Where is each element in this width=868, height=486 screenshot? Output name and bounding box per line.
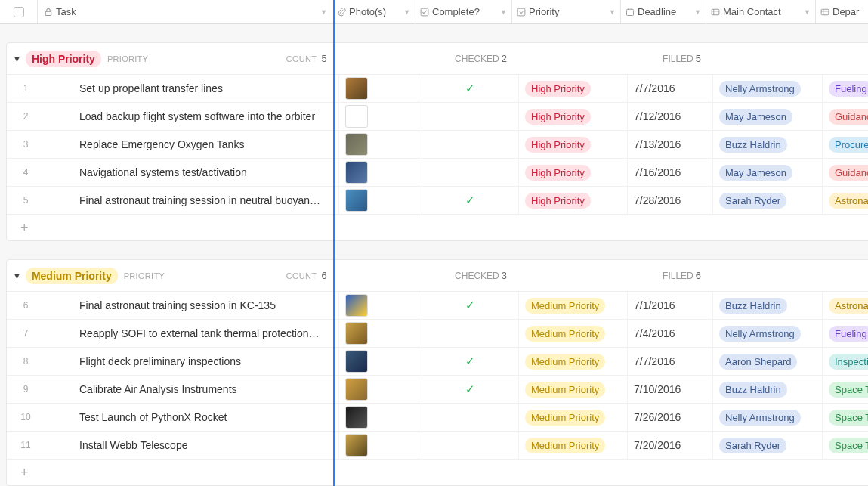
column-header-dept[interactable]: Depar: [816, 0, 868, 23]
photo-thumbnail[interactable]: [345, 77, 368, 100]
cell-deadline[interactable]: 7/16/2016: [628, 159, 713, 186]
cell-contact[interactable]: Nelly Armstrong: [713, 320, 823, 347]
cell-complete[interactable]: ✓: [422, 75, 519, 102]
cell-deadline[interactable]: 7/26/2016: [628, 404, 713, 431]
photo-thumbnail[interactable]: [345, 161, 368, 184]
cell-deadline[interactable]: 7/13/2016: [628, 131, 713, 158]
table-row[interactable]: 10Test Launch of PythonX RocketMedium Pr…: [7, 404, 868, 432]
cell-deadline[interactable]: 7/4/2016: [628, 320, 713, 347]
photo-thumbnail[interactable]: [345, 322, 368, 345]
collapse-toggle[interactable]: ▼: [13, 271, 21, 280]
cell-dept[interactable]: Astrona: [823, 292, 868, 319]
cell-dept[interactable]: Astrona: [823, 187, 868, 214]
cell-dept[interactable]: Space T: [823, 376, 868, 403]
cell-deadline[interactable]: 7/7/2016: [628, 75, 713, 102]
photo-thumbnail[interactable]: [345, 406, 368, 429]
cell-deadline[interactable]: 7/28/2016: [628, 187, 713, 214]
cell-photo[interactable]: [339, 159, 422, 186]
cell-priority[interactable]: High Priority: [519, 159, 628, 186]
photo-thumbnail[interactable]: [345, 378, 368, 401]
cell-photo[interactable]: [339, 292, 422, 319]
add-row-button[interactable]: +: [7, 215, 868, 240]
cell-photo[interactable]: [339, 187, 422, 214]
select-all-checkbox[interactable]: [0, 0, 38, 23]
cell-task[interactable]: Test Launch of PythonX Rocket: [45, 404, 339, 431]
cell-task[interactable]: Load backup flight system software into …: [45, 103, 339, 130]
cell-deadline[interactable]: 7/7/2016: [628, 348, 713, 375]
cell-complete[interactable]: ✓: [422, 376, 519, 403]
cell-contact[interactable]: Buzz Haldrin: [713, 131, 823, 158]
cell-photo[interactable]: [339, 131, 422, 158]
cell-contact[interactable]: May Jameson: [713, 159, 823, 186]
cell-priority[interactable]: High Priority: [519, 187, 628, 214]
cell-complete[interactable]: [422, 131, 519, 158]
cell-task[interactable]: Navigational systems test/activation: [45, 159, 339, 186]
cell-priority[interactable]: High Priority: [519, 75, 628, 102]
cell-photo[interactable]: [339, 320, 422, 347]
cell-deadline[interactable]: 7/10/2016: [628, 376, 713, 403]
photo-thumbnail[interactable]: [345, 189, 368, 212]
table-row[interactable]: 6Final astronaut training session in KC-…: [7, 292, 868, 320]
add-row-button[interactable]: +: [7, 460, 868, 485]
table-row[interactable]: 4Navigational systems test/activationHig…: [7, 159, 868, 187]
cell-dept[interactable]: Space T: [823, 404, 868, 431]
cell-complete[interactable]: [422, 320, 519, 347]
cell-contact[interactable]: Nelly Armstrong: [713, 75, 823, 102]
cell-complete[interactable]: ✓: [422, 348, 519, 375]
cell-complete[interactable]: [422, 404, 519, 431]
column-header-complete[interactable]: Complete? ▼: [415, 0, 512, 23]
cell-deadline[interactable]: 7/1/2016: [628, 292, 713, 319]
table-row[interactable]: 5Final astronaut training session in neu…: [7, 187, 868, 215]
cell-contact[interactable]: Buzz Haldrin: [713, 292, 823, 319]
group-name-pill[interactable]: Medium Priority: [26, 268, 118, 284]
cell-priority[interactable]: High Priority: [519, 103, 628, 130]
cell-complete[interactable]: [422, 432, 519, 459]
cell-task[interactable]: Set up propellant transfer lines: [45, 75, 339, 102]
cell-priority[interactable]: High Priority: [519, 131, 628, 158]
cell-photo[interactable]: [339, 404, 422, 431]
cell-dept[interactable]: Fueling: [823, 320, 868, 347]
table-row[interactable]: 2Load backup flight system software into…: [7, 103, 868, 131]
cell-contact[interactable]: Aaron Shepard: [713, 348, 823, 375]
table-row[interactable]: 8Flight deck preliminary inspections✓Med…: [7, 348, 868, 376]
column-header-priority[interactable]: Priority ▼: [512, 0, 621, 23]
cell-task[interactable]: Reapply SOFI to external tank thermal pr…: [45, 320, 339, 347]
table-row[interactable]: 3Replace Emergency Oxygen TanksHigh Prio…: [7, 131, 868, 159]
column-header-photos[interactable]: Photo(s) ▼: [332, 0, 415, 23]
cell-contact[interactable]: May Jameson: [713, 103, 823, 130]
photo-thumbnail[interactable]: [345, 105, 368, 128]
cell-complete[interactable]: [422, 103, 519, 130]
cell-deadline[interactable]: 7/12/2016: [628, 103, 713, 130]
cell-priority[interactable]: Medium Priority: [519, 376, 628, 403]
cell-dept[interactable]: Procure: [823, 131, 868, 158]
cell-photo[interactable]: [339, 103, 422, 130]
column-header-contact[interactable]: Main Contact ▼: [706, 0, 816, 23]
cell-task[interactable]: Final astronaut training session in KC-1…: [45, 292, 339, 319]
cell-complete[interactable]: ✓: [422, 292, 519, 319]
cell-photo[interactable]: [339, 75, 422, 102]
collapse-toggle[interactable]: ▼: [13, 54, 21, 63]
cell-complete[interactable]: ✓: [422, 187, 519, 214]
cell-complete[interactable]: [422, 159, 519, 186]
cell-contact[interactable]: Nelly Armstrong: [713, 404, 823, 431]
cell-priority[interactable]: Medium Priority: [519, 292, 628, 319]
table-row[interactable]: 1Set up propellant transfer lines✓High P…: [7, 75, 868, 103]
table-row[interactable]: 7Reapply SOFI to external tank thermal p…: [7, 320, 868, 348]
cell-task[interactable]: Calibrate Air Analysis Instruments: [45, 376, 339, 403]
cell-contact[interactable]: Sarah Ryder: [713, 432, 823, 459]
cell-dept[interactable]: Guidanc: [823, 159, 868, 186]
cell-dept[interactable]: Space T: [823, 432, 868, 459]
cell-task[interactable]: Install Webb Telescope: [45, 432, 339, 459]
group-name-pill[interactable]: High Priority: [26, 51, 101, 67]
column-header-task[interactable]: Task ▼: [38, 0, 332, 23]
cell-task[interactable]: Flight deck preliminary inspections: [45, 348, 339, 375]
cell-contact[interactable]: Sarah Ryder: [713, 187, 823, 214]
photo-thumbnail[interactable]: [345, 133, 368, 156]
cell-task[interactable]: Final astronaut training session in neut…: [45, 187, 339, 214]
cell-task[interactable]: Replace Emergency Oxygen Tanks: [45, 131, 339, 158]
column-header-deadline[interactable]: Deadline ▼: [621, 0, 706, 23]
table-row[interactable]: 9Calibrate Air Analysis Instruments✓Medi…: [7, 376, 868, 404]
cell-photo[interactable]: [339, 432, 422, 459]
cell-dept[interactable]: Fueling: [823, 75, 868, 102]
cell-priority[interactable]: Medium Priority: [519, 432, 628, 459]
